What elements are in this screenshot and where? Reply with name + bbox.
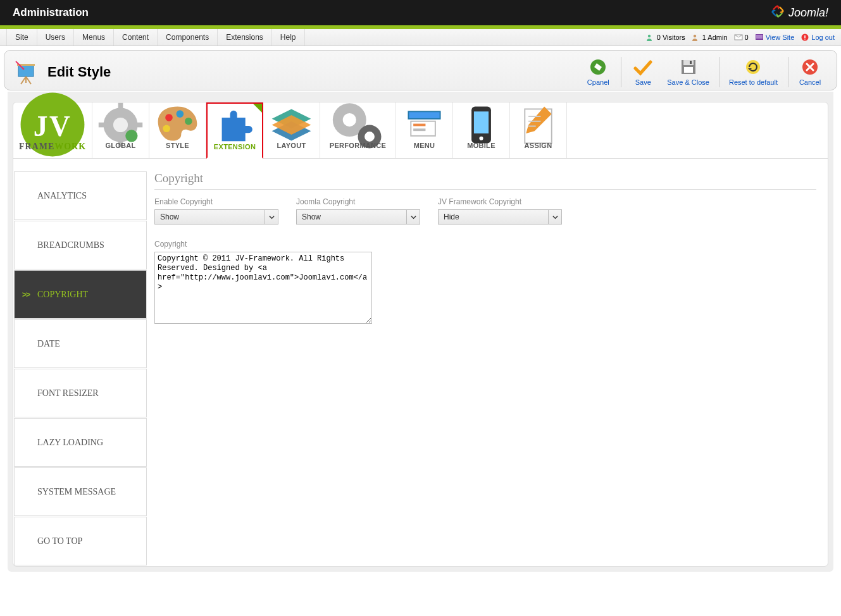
reset-button[interactable]: Reset to default bbox=[724, 57, 783, 87]
svg-rect-26 bbox=[118, 102, 123, 111]
status-messages[interactable]: 0 bbox=[734, 34, 749, 41]
page-title: Edit Style bbox=[47, 64, 111, 80]
tab-global[interactable]: GLOBAL bbox=[92, 102, 149, 158]
jv-copyright-label: JV Framework Copyright bbox=[438, 197, 562, 206]
status-view-site[interactable]: View Site bbox=[755, 34, 795, 41]
body-row: ANALYTICS BREADCRUMBS COPYRIGHT DATE FON… bbox=[13, 159, 828, 566]
status-visitors: 0 Visitors bbox=[646, 34, 685, 41]
svg-point-1 bbox=[694, 35, 696, 37]
side-analytics[interactable]: ANALYTICS bbox=[14, 171, 147, 220]
svg-point-25 bbox=[113, 117, 128, 132]
puzzle-icon bbox=[210, 113, 259, 139]
admin-text: 1 Admin bbox=[702, 34, 728, 41]
svg-line-12 bbox=[26, 77, 31, 84]
toolbar: Cpanel Save Save & Close Reset to defaul… bbox=[573, 57, 828, 87]
svg-point-36 bbox=[343, 113, 356, 126]
svg-rect-19 bbox=[690, 61, 692, 64]
svg-rect-42 bbox=[413, 123, 425, 126]
menu-site[interactable]: Site bbox=[6, 29, 37, 46]
reset-icon bbox=[743, 58, 763, 76]
alert-icon bbox=[801, 34, 809, 41]
mail-icon bbox=[734, 34, 743, 41]
gears-icon bbox=[323, 111, 393, 138]
svg-rect-29 bbox=[134, 122, 143, 127]
logout-text: Log out bbox=[811, 34, 835, 41]
assign-icon bbox=[513, 111, 564, 138]
svg-line-11 bbox=[21, 77, 26, 84]
mobile-icon bbox=[456, 111, 507, 138]
admin-icon bbox=[692, 34, 701, 41]
tab-menu[interactable]: MENU bbox=[396, 102, 453, 158]
menu-left: Site Users Menus Content Components Exte… bbox=[6, 29, 305, 46]
cancel-button[interactable]: Cancel bbox=[792, 57, 828, 87]
tab-mobile[interactable]: MOBILE bbox=[453, 102, 510, 158]
copyright-textarea[interactable] bbox=[154, 252, 372, 324]
svg-point-32 bbox=[177, 110, 184, 118]
tab-row: JV FRAMEWORK GLOBAL STYLE EXTENSION bbox=[13, 102, 828, 159]
svg-rect-28 bbox=[99, 122, 108, 127]
joomla-icon bbox=[769, 3, 786, 23]
svg-rect-18 bbox=[684, 67, 693, 73]
joomla-brand: Joomla! bbox=[769, 3, 828, 23]
extension-sidebar: ANALYTICS BREADCRUMBS COPYRIGHT DATE FON… bbox=[13, 159, 147, 566]
layers-icon bbox=[266, 111, 317, 138]
svg-point-46 bbox=[479, 136, 483, 140]
svg-point-20 bbox=[746, 60, 760, 74]
screen-icon bbox=[755, 34, 764, 41]
tab-style[interactable]: STYLE bbox=[149, 102, 206, 158]
tab-layout[interactable]: LAYOUT bbox=[263, 102, 320, 158]
svg-point-38 bbox=[364, 132, 375, 142]
content-area: JV FRAMEWORK GLOBAL STYLE EXTENSION bbox=[8, 92, 833, 572]
svg-rect-45 bbox=[474, 111, 489, 133]
menu-content[interactable]: Content bbox=[114, 29, 158, 46]
svg-rect-39 bbox=[408, 111, 440, 119]
form-area: Copyright Enable Copyright Show Joomla C… bbox=[147, 159, 828, 566]
menu-users[interactable]: Users bbox=[37, 29, 74, 46]
menu-components[interactable]: Components bbox=[158, 29, 218, 46]
admin-title: Administration bbox=[13, 6, 89, 19]
menu-help[interactable]: Help bbox=[272, 29, 305, 46]
svg-point-31 bbox=[165, 114, 173, 121]
side-copyright[interactable]: COPYRIGHT bbox=[14, 270, 147, 319]
view-site-text: View Site bbox=[766, 34, 795, 41]
svg-point-14 bbox=[23, 68, 25, 70]
svg-point-34 bbox=[163, 125, 170, 132]
svg-point-33 bbox=[185, 117, 192, 125]
tab-assign[interactable]: ASSIGN bbox=[510, 102, 567, 158]
page-header-card: Edit Style Cpanel Save Save & Close bbox=[4, 50, 837, 90]
save-button[interactable]: Save bbox=[625, 57, 661, 87]
tab-extension[interactable]: EXTENSION bbox=[206, 102, 263, 159]
palette-icon bbox=[152, 111, 203, 138]
save-icon bbox=[633, 58, 653, 76]
brand-text: Joomla! bbox=[788, 6, 828, 20]
svg-rect-43 bbox=[413, 128, 425, 131]
side-go-to-top[interactable]: GO TO TOP bbox=[14, 517, 147, 565]
messages-count: 0 bbox=[745, 34, 749, 41]
svg-text:JV: JV bbox=[34, 111, 72, 142]
copyright-text-label: Copyright bbox=[154, 240, 816, 249]
side-date[interactable]: DATE bbox=[14, 319, 147, 368]
framework-prefix: FRAME bbox=[19, 142, 54, 151]
jv-copyright-select[interactable]: Hide bbox=[438, 209, 562, 225]
status-logout[interactable]: Log out bbox=[801, 34, 835, 41]
side-system-message[interactable]: SYSTEM MESSAGE bbox=[14, 467, 147, 516]
side-lazy-loading[interactable]: LAZY LOADING bbox=[14, 418, 147, 467]
save-close-button[interactable]: Save & Close bbox=[662, 57, 714, 87]
side-font-resizer[interactable]: FONT RESIZER bbox=[14, 369, 147, 417]
menu-menus[interactable]: Menus bbox=[74, 29, 114, 46]
cpanel-button[interactable]: Cpanel bbox=[580, 57, 616, 87]
menu-extensions[interactable]: Extensions bbox=[218, 29, 272, 46]
cpanel-icon bbox=[588, 58, 608, 76]
tab-performance[interactable]: PERFORMANCE bbox=[320, 102, 396, 158]
tab-framework[interactable]: JV FRAMEWORK bbox=[13, 102, 92, 158]
enable-copyright-label: Enable Copyright bbox=[154, 197, 278, 206]
menu-icon bbox=[399, 111, 450, 138]
section-title: Copyright bbox=[154, 171, 816, 190]
joomla-copyright-select[interactable]: Show bbox=[296, 209, 420, 225]
svg-rect-17 bbox=[683, 60, 694, 65]
gear-icon bbox=[95, 111, 146, 138]
enable-copyright-select[interactable]: Show bbox=[154, 209, 278, 225]
side-breadcrumbs[interactable]: BREADCRUMBS bbox=[14, 221, 147, 269]
top-bar: Administration Joomla! bbox=[0, 0, 841, 25]
svg-point-30 bbox=[125, 130, 137, 142]
